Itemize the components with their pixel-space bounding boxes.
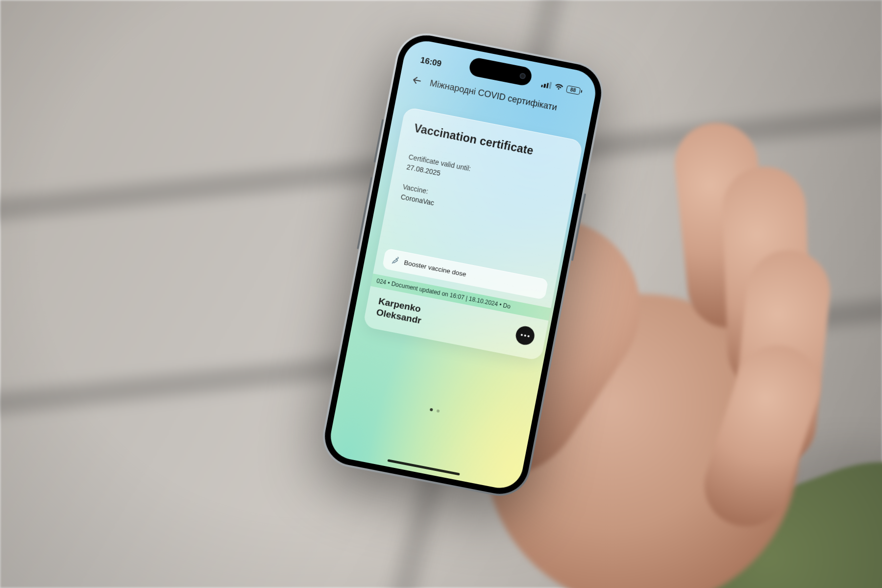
battery-level: 88 (570, 87, 577, 93)
page-indicator (339, 391, 531, 431)
more-button[interactable] (514, 324, 536, 346)
status-time: 16:09 (419, 55, 442, 69)
status-tray: 88 (540, 80, 583, 95)
syringe-icon (390, 255, 400, 266)
home-indicator[interactable] (387, 459, 460, 476)
back-button[interactable] (410, 73, 424, 88)
cellular-icon (541, 80, 552, 89)
wifi-icon (554, 83, 564, 91)
arrow-left-icon (410, 74, 424, 87)
certificate-card[interactable]: Vaccination certificate Certificate vali… (363, 107, 583, 361)
battery-icon: 88 (566, 85, 583, 95)
holder-name: Karpenko Oleksandr (375, 296, 424, 326)
page-dot (437, 409, 440, 413)
page-dot-active (430, 408, 433, 412)
more-icon (521, 334, 523, 336)
